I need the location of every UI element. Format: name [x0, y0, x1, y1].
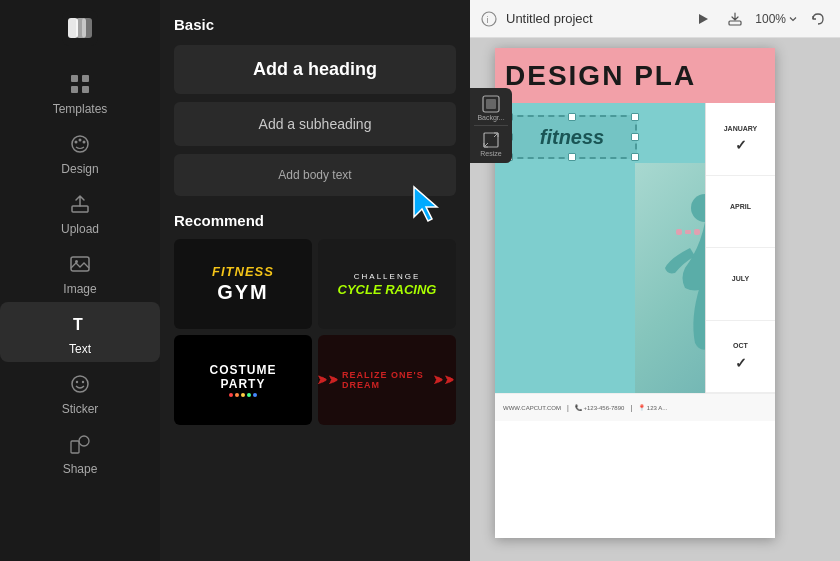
sidebar-item-templates[interactable]: Templates	[0, 62, 160, 122]
svg-rect-12	[72, 206, 88, 212]
recommend-card-cycle-racing[interactable]: CHALLENGE CYCLE RACING	[318, 239, 456, 329]
app-logo[interactable]	[62, 10, 98, 46]
realize-right-arrow: ⮞⮞	[434, 375, 456, 386]
sidebar-item-sticker[interactable]: Sticker	[0, 362, 160, 422]
zoom-control[interactable]: 100%	[755, 12, 798, 26]
left-sidebar: Templates Design Upload	[0, 0, 160, 561]
recommend-card-realize-dream[interactable]: ⮞⮞ REALIZE ONE'S DREAM ⮞⮞	[318, 335, 456, 425]
svg-rect-7	[82, 86, 89, 93]
recommend-card-costume-party[interactable]: COSTUME PARTY	[174, 335, 312, 425]
costume-party-line2: PARTY	[221, 377, 266, 391]
footer-phone: 📞 +123-456-7890	[575, 404, 625, 411]
canvas-design-title: DESIGN PLA	[505, 60, 696, 92]
costume-dots	[229, 393, 257, 397]
costume-party-line1: COSTUME	[210, 363, 277, 377]
text-icon: T	[66, 310, 94, 338]
svg-rect-13	[71, 257, 89, 271]
svg-point-21	[482, 12, 496, 26]
fitness-gym-line2: GYM	[217, 281, 269, 304]
add-body-button[interactable]: Add body text	[174, 154, 456, 196]
side-tools-panel: Backgr... Resize	[470, 88, 512, 163]
footer-separator2: |	[630, 404, 632, 411]
sidebar-item-text[interactable]: T Text	[0, 302, 160, 362]
svg-rect-31	[694, 229, 700, 235]
svg-point-20	[79, 436, 89, 446]
handle-bm[interactable]	[568, 153, 576, 161]
design-canvas[interactable]: DESIGN PLA fitness	[495, 48, 775, 538]
schedule-january: JANUARY ✓	[706, 103, 775, 176]
cycle-challenge-label: CHALLENGE	[354, 272, 420, 281]
sidebar-label-text: Text	[69, 342, 91, 356]
sidebar-label-templates: Templates	[53, 102, 108, 116]
zoom-value: 100%	[755, 12, 786, 26]
canvas-schedule: JANUARY ✓ APRIL JULY OCT	[705, 103, 775, 393]
play-button[interactable]	[691, 7, 715, 31]
text-panel: Basic Add a heading Add a subheading Add…	[160, 0, 470, 561]
sidebar-label-image: Image	[63, 282, 96, 296]
svg-text:T: T	[73, 316, 83, 333]
editor-topbar: i Untitled project 100%	[470, 0, 840, 38]
svg-marker-23	[699, 14, 708, 24]
background-tool[interactable]: Backgr...	[477, 94, 504, 121]
dumbbell-decoration	[676, 223, 700, 241]
project-title[interactable]: Untitled project	[506, 11, 593, 26]
shape-icon	[66, 430, 94, 458]
footer-separator1: |	[567, 404, 569, 411]
sidebar-label-sticker: Sticker	[62, 402, 99, 416]
sidebar-item-upload[interactable]: Upload	[0, 182, 160, 242]
warning-icon: i	[480, 10, 498, 28]
editor-panel: i Untitled project 100%	[470, 0, 840, 561]
svg-rect-30	[685, 230, 691, 234]
schedule-oct: OCT ✓	[706, 321, 775, 394]
svg-text:i: i	[487, 15, 489, 25]
svg-point-17	[76, 381, 78, 383]
fitness-gym-line1: FITNESS	[212, 264, 274, 279]
svg-rect-19	[71, 441, 79, 453]
export-button[interactable]	[723, 7, 747, 31]
canvas-teal-section[interactable]: fitness	[495, 103, 775, 393]
svg-rect-29	[676, 229, 682, 235]
add-heading-button[interactable]: Add a heading	[174, 45, 456, 94]
sidebar-item-design[interactable]: Design	[0, 122, 160, 182]
cycle-racing-label: CYCLE RACING	[338, 282, 437, 297]
svg-point-10	[79, 139, 82, 142]
sidebar-label-shape: Shape	[63, 462, 98, 476]
fitness-textbox[interactable]: fitness	[507, 115, 637, 159]
canvas-area[interactable]: Backgr... Resize DESIGN PLA fitnes	[470, 38, 840, 561]
sidebar-item-shape[interactable]: Shape	[0, 422, 160, 482]
footer-website: WWW.CAPCUT.COM	[503, 405, 561, 411]
footer-location: 📍 123 A...	[638, 404, 667, 411]
upload-icon	[66, 190, 94, 218]
svg-rect-24	[729, 21, 741, 25]
undo-button[interactable]	[806, 7, 830, 31]
svg-rect-5	[82, 75, 89, 82]
svg-point-9	[75, 141, 78, 144]
handle-tm[interactable]	[568, 113, 576, 121]
fitness-text: fitness	[540, 126, 604, 149]
add-subheading-button[interactable]: Add a subheading	[174, 102, 456, 146]
svg-point-14	[75, 260, 78, 263]
palette-icon	[66, 130, 94, 158]
handle-mr[interactable]	[631, 133, 639, 141]
svg-rect-4	[71, 75, 78, 82]
schedule-april: APRIL	[706, 176, 775, 249]
resize-tool[interactable]: Resize	[480, 130, 501, 157]
grid-icon	[66, 70, 94, 98]
svg-point-11	[83, 141, 86, 144]
svg-point-8	[72, 136, 88, 152]
sidebar-item-image[interactable]: Image	[0, 242, 160, 302]
handle-tr[interactable]	[631, 113, 639, 121]
svg-point-16	[72, 376, 88, 392]
basic-title: Basic	[174, 16, 456, 33]
recommend-card-fitness-gym[interactable]: FITNESS GYM	[174, 239, 312, 329]
sticker-icon	[66, 370, 94, 398]
recommend-title: Recommend	[174, 212, 456, 229]
realize-left-arrow: ⮞⮞	[318, 375, 340, 386]
canvas-footer: WWW.CAPCUT.COM | 📞 +123-456-7890 | 📍 123…	[495, 393, 775, 421]
svg-rect-26	[486, 99, 496, 109]
sidebar-label-upload: Upload	[61, 222, 99, 236]
svg-point-18	[82, 381, 84, 383]
recommend-grid: FITNESS GYM CHALLENGE CYCLE RACING COSTU…	[174, 239, 456, 425]
canvas-design-header: DESIGN PLA	[495, 48, 775, 103]
handle-br[interactable]	[631, 153, 639, 161]
